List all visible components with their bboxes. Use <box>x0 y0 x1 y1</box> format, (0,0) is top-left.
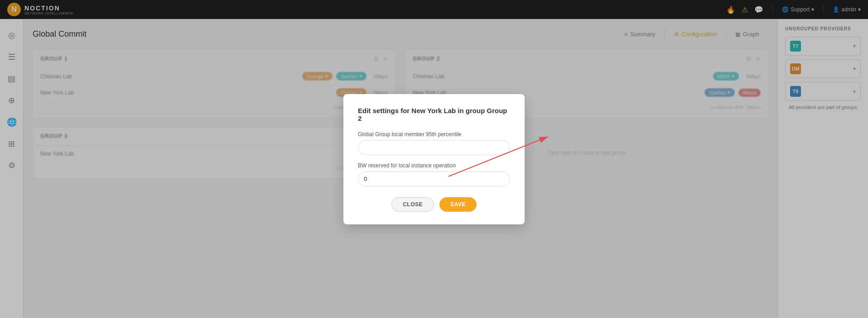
modal-title: Edit settings for New York Lab in group … <box>358 107 510 122</box>
close-modal-button[interactable]: CLOSE <box>391 197 434 212</box>
modal-footer: CLOSE SAVE <box>358 197 510 212</box>
field2-label: BW reserved for local instance operation <box>358 162 510 169</box>
modal: Edit settings for New York Lab in group … <box>343 94 525 224</box>
field2-input[interactable] <box>358 171 510 186</box>
field1-group: Global Group local member 95th percentil… <box>358 131 510 155</box>
field1-input[interactable] <box>358 140 510 155</box>
field2-group: BW reserved for local instance operation <box>358 162 510 186</box>
save-modal-button[interactable]: SAVE <box>439 197 477 212</box>
modal-overlay: Edit settings for New York Lab in group … <box>0 0 868 318</box>
field1-label: Global Group local member 95th percentil… <box>358 131 510 138</box>
